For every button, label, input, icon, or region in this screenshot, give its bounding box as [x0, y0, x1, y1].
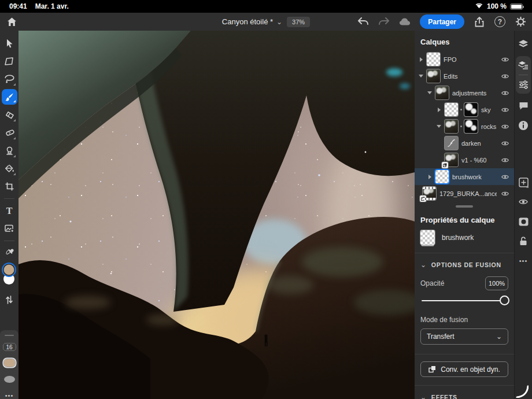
redo-button[interactable] — [378, 16, 390, 28]
chevron-right-icon[interactable] — [419, 57, 423, 62]
eye-icon[interactable] — [500, 88, 509, 98]
more-options-button[interactable]: ••• — [5, 392, 14, 399]
corner-gesture-indicator — [516, 385, 529, 398]
comments-button[interactable] — [516, 98, 531, 113]
undo-button[interactable] — [357, 16, 369, 28]
crop-tool[interactable] — [1, 178, 17, 195]
layers-compact-view-button[interactable] — [516, 36, 531, 51]
clone-stamp-tool[interactable] — [1, 142, 17, 160]
brush-tool[interactable] — [2, 89, 17, 105]
chevron-down-icon: ⌄ — [420, 263, 427, 267]
convert-smart-object-button[interactable]: Conv. en objet dyn. — [420, 361, 508, 377]
layer-row-brushwork-selected[interactable]: brushwork — [415, 168, 514, 185]
chevron-down-icon[interactable] — [419, 75, 423, 77]
battery-percent: 100 % — [487, 2, 507, 10]
layer-visibility-button[interactable] — [516, 194, 531, 209]
layer-thumbnail — [427, 69, 440, 83]
layer-thumbnail — [435, 86, 449, 99]
cloud-sync-icon[interactable] — [399, 16, 411, 28]
date: Mar. 1 avr. — [35, 2, 69, 10]
fill-bucket-tool[interactable] — [1, 160, 17, 178]
layer-thumbnail — [445, 103, 458, 116]
effects-section-header[interactable]: ⌄ EFFETS — [415, 386, 514, 399]
home-button[interactable] — [6, 16, 17, 28]
eyedropper-tool[interactable] — [1, 244, 17, 262]
layers-detail-view-button[interactable] — [516, 58, 531, 73]
chevron-right-icon[interactable] — [437, 108, 441, 112]
document-canvas[interactable] — [19, 31, 415, 399]
smart-object-badge-icon — [420, 195, 426, 202]
eye-icon[interactable] — [500, 72, 509, 81]
layer-row-sky[interactable]: sky — [415, 101, 514, 118]
layer-row-rocks[interactable]: rocks — [415, 118, 514, 135]
move-tool[interactable] — [1, 34, 17, 52]
settings-gear-icon[interactable] — [515, 16, 526, 28]
layer-mask-thumbnail — [464, 120, 478, 133]
layer-row-darken[interactable]: darken — [415, 135, 514, 152]
layer-row-fpo[interactable]: FPO — [415, 51, 514, 68]
type-tool[interactable]: T — [1, 202, 17, 220]
battery-icon — [510, 3, 523, 10]
help-button[interactable]: ? — [494, 16, 505, 27]
eye-icon[interactable] — [500, 172, 509, 182]
export-icon[interactable] — [474, 16, 485, 28]
layer-mask-button[interactable] — [516, 214, 531, 229]
eye-icon[interactable] — [500, 122, 509, 131]
brush-size-field[interactable]: 16 — [3, 343, 16, 351]
blend-options-section-header[interactable]: ⌄ OPTIONS DE FUSION — [415, 253, 514, 275]
zoom-level-badge[interactable]: 37% — [287, 17, 310, 27]
layer-row-background[interactable]: 1729_BURKA...anced-NR33 — [415, 185, 514, 202]
mask-link-dot — [460, 109, 462, 110]
layer-mask-thumbnail — [464, 103, 478, 116]
opacity-label: Opacité — [420, 279, 444, 287]
place-image-tool[interactable] — [1, 220, 17, 238]
eye-icon[interactable] — [500, 55, 509, 64]
panel-grabber[interactable] — [5, 335, 14, 336]
swap-colors-button[interactable] — [1, 291, 17, 309]
brush-preview[interactable] — [4, 376, 15, 383]
smart-object-thumbnail — [445, 153, 458, 167]
selected-layer-name: brushwork — [442, 234, 474, 242]
layer-row-v1[interactable]: v1 - %60 — [415, 152, 514, 168]
app-toolbar: Canyon étoilé * ⌄ 37% Partager ? — [0, 13, 532, 31]
chevron-down-icon[interactable] — [427, 91, 432, 94]
color-wells[interactable] — [2, 264, 17, 289]
foreground-color-well[interactable] — [3, 264, 15, 276]
opacity-slider-knob[interactable] — [500, 295, 509, 305]
eye-icon[interactable] — [500, 105, 509, 114]
panel-view-toggle — [516, 56, 531, 94]
mask-link-dot — [460, 125, 462, 127]
chevron-down-icon[interactable] — [437, 125, 441, 128]
share-button[interactable]: Partager — [420, 14, 464, 29]
lasso-select-tool[interactable] — [1, 70, 17, 88]
transform-tool[interactable] — [1, 52, 17, 70]
adjustments-button[interactable] — [516, 77, 531, 92]
document-title[interactable]: Canyon étoilé * ⌄ — [222, 17, 282, 26]
layer-row-edits[interactable]: Edits — [415, 68, 514, 84]
brush-color-swatch[interactable] — [4, 359, 15, 366]
healing-brush-tool[interactable] — [1, 124, 17, 142]
opacity-value-field[interactable]: 100% — [485, 276, 508, 290]
status-bar: 09:41 Mar. 1 avr. 100 % — [0, 0, 532, 13]
eye-icon[interactable] — [500, 139, 509, 148]
smart-object-badge-icon — [442, 162, 448, 168]
panel-resize-handle[interactable] — [456, 205, 473, 208]
blend-mode-dropdown[interactable]: Transfert ⌄ — [420, 328, 508, 345]
lock-layer-button[interactable] — [516, 234, 531, 249]
layers-panel: Calques FPO Edits adjustments — [415, 31, 514, 399]
layer-properties-title: Propriétés du calque — [415, 210, 514, 230]
chevron-right-icon[interactable] — [427, 175, 432, 179]
blend-mode-label: Mode de fusion — [415, 312, 514, 328]
eye-icon[interactable] — [500, 156, 509, 165]
more-actions-button[interactable]: ••• — [516, 253, 531, 268]
eye-icon[interactable] — [500, 189, 509, 198]
add-layer-button[interactable] — [516, 175, 531, 190]
chevron-down-icon: ⌄ — [276, 20, 282, 24]
opacity-slider[interactable] — [422, 295, 506, 306]
layer-row-adjustments[interactable]: adjustments — [415, 84, 514, 101]
photoshop-ipad-app: 09:41 Mar. 1 avr. 100 % Canyon étoilé * … — [0, 0, 532, 399]
eraser-tool[interactable] — [1, 106, 17, 124]
smart-object-thumbnail — [423, 187, 436, 200]
brush-options-panel: 16 ••• — [0, 330, 19, 399]
info-button[interactable] — [516, 118, 531, 133]
